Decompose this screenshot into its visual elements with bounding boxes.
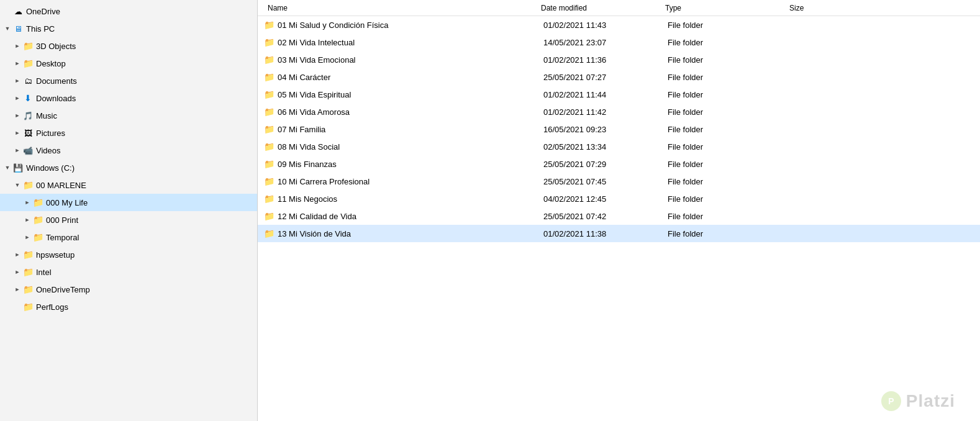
file-name: 03 Mi Vida Emocional [278,55,538,65]
file-name: 12 Mi Calidad de Vida [278,212,538,221]
col-date-header[interactable]: Date modified [536,4,660,12]
chevron-windowsc [2,165,12,171]
chevron-videos [12,147,22,153]
file-folder-icon: 📁 [263,211,275,221]
col-name-header[interactable]: Name [263,4,536,12]
folder-pictures-icon: 🖼 [22,129,34,138]
folder-hpswsetup-icon: 📁 [22,250,34,260]
file-date: 04/02/2021 12:45 [538,194,663,204]
file-folder-icon: 📁 [263,107,275,117]
file-name: 07 Mi Familia [278,125,538,134]
sidebar-item-documents[interactable]: 🗂 Documents [0,72,257,89]
file-name: 01 Mi Salud y Condición Física [278,20,538,30]
table-row[interactable]: 📁 05 Mi Vida Espiritual 01/02/2021 11:44… [258,86,980,103]
chevron-marlene [12,182,22,188]
file-folder-icon: 📁 [263,229,275,238]
table-row[interactable]: 📁 10 Mi Carrera Profesional 25/05/2021 0… [258,173,980,190]
col-size-header[interactable]: Size [784,4,975,12]
file-type: File folder [663,177,787,186]
sidebar-item-hpswsetup[interactable]: 📁 hpswsetup [0,246,257,263]
sidebar-item-desktop[interactable]: 📁 Desktop [0,55,257,72]
file-date: 01/02/2021 11:38 [538,229,663,238]
file-folder-icon: 📁 [263,194,275,204]
col-type-header[interactable]: Type [660,4,784,12]
sidebar-item-music[interactable]: 🎵 Music [0,107,257,124]
table-row[interactable]: 📁 06 Mi Vida Amorosa 01/02/2021 11:42 Fi… [258,103,980,120]
file-folder-icon: 📁 [263,159,275,169]
sidebar-item-intel[interactable]: 📁 Intel [0,263,257,281]
table-row[interactable]: 📁 13 Mi Visión de Vida 01/02/2021 11:38 … [258,225,980,242]
folder-3dobjects-icon: 📁 [22,41,34,51]
table-row[interactable]: 📁 08 Mi Vida Social 02/05/2021 13:34 Fil… [258,138,980,155]
sidebar-item-pictures[interactable]: 🖼 Pictures [0,124,257,142]
sidebar-item-perflogs[interactable]: 📁 PerfLogs [0,298,257,315]
file-list: 📁 01 Mi Salud y Condición Física 01/02/2… [258,16,980,421]
file-date: 25/05/2021 07:45 [538,177,663,186]
file-name: 10 Mi Carrera Profesional [278,177,538,186]
file-date: 16/05/2021 09:23 [538,125,663,134]
file-folder-icon: 📁 [263,37,275,47]
file-name: 05 Mi Vida Espiritual [278,90,538,99]
file-folder-icon: 📁 [263,20,275,30]
file-type: File folder [663,38,787,47]
sidebar-item-onedrivemp[interactable]: 📁 OneDriveTemp [0,281,257,298]
file-folder-icon: 📁 [263,142,275,152]
sidebar-item-3dobjects[interactable]: 📁 3D Objects [0,37,257,55]
file-name: 08 Mi Vida Social [278,142,538,152]
file-folder-icon: 📁 [263,124,275,134]
folder-music-icon: 🎵 [22,111,34,120]
file-folder-icon: 📁 [263,89,275,99]
file-date: 01/02/2021 11:44 [538,90,663,99]
file-name: 04 Mi Carácter [278,73,538,82]
file-type: File folder [663,212,787,221]
sidebar-item-thispc[interactable]: 🖥 This PC [0,20,257,37]
file-folder-icon: 📁 [263,176,275,186]
file-type: File folder [663,229,787,238]
table-row[interactable]: 📁 04 Mi Carácter 25/05/2021 07:27 File f… [258,68,980,86]
sidebar-item-videos[interactable]: 📹 Videos [0,142,257,159]
chevron-music [12,112,22,119]
sidebar-item-000print[interactable]: 📁 000 Print [0,211,257,229]
file-date: 25/05/2021 07:27 [538,73,663,82]
table-row[interactable]: 📁 11 Mis Negocios 04/02/2021 12:45 File … [258,190,980,207]
table-row[interactable]: 📁 12 Mi Calidad de Vida 25/05/2021 07:42… [258,207,980,225]
file-date: 01/02/2021 11:43 [538,20,663,30]
sidebar-item-000mylife[interactable]: 📁 000 My Life [0,194,257,211]
chevron-hpswsetup [12,251,22,258]
file-date: 02/05/2021 13:34 [538,142,663,152]
main-content: Name Date modified Type Size 📁 01 Mi Sal… [258,0,980,421]
file-type: File folder [663,194,787,204]
file-type: File folder [663,142,787,152]
table-row[interactable]: 📁 03 Mi Vida Emocional 01/02/2021 11:36 … [258,51,980,68]
folder-000print-icon: 📁 [32,215,43,225]
table-row[interactable]: 📁 01 Mi Salud y Condición Física 01/02/2… [258,16,980,34]
sidebar-item-marlene[interactable]: 📁 00 MARLENE [0,176,257,194]
cloud-icon: ☁ [12,7,24,16]
chevron-000print [22,217,32,223]
table-row[interactable]: 📁 09 Mis Finanzas 25/05/2021 07:29 File … [258,155,980,173]
file-name: 06 Mi Vida Amorosa [278,107,538,117]
file-date: 01/02/2021 11:36 [538,55,663,65]
sidebar-item-temporal[interactable]: 📁 Temporal [0,229,257,246]
pc-icon: 🖥 [12,24,24,34]
folder-marlene-icon: 📁 [22,180,34,190]
folder-000mylife-icon: 📁 [32,197,43,207]
file-type: File folder [663,73,787,82]
chevron-pictures [12,130,22,136]
file-name: 02 Mi Vida Intelectual [278,38,538,47]
file-name: 13 Mi Visión de Vida [278,229,538,238]
sidebar-item-windowsc[interactable]: 💾 Windows (C:) [0,159,257,176]
folder-perflogs-icon: 📁 [22,302,34,312]
chevron-intel [12,269,22,275]
file-date: 25/05/2021 07:42 [538,212,663,221]
sidebar-item-downloads[interactable]: ⬇ Downloads [0,89,257,107]
file-type: File folder [663,107,787,117]
file-date: 14/05/2021 23:07 [538,38,663,47]
table-row[interactable]: 📁 02 Mi Vida Intelectual 14/05/2021 23:0… [258,34,980,51]
sidebar-item-onedrive[interactable]: ☁ OneDrive [0,2,257,20]
file-name: 11 Mis Negocios [278,194,538,204]
table-row[interactable]: 📁 07 Mi Familia 16/05/2021 09:23 File fo… [258,120,980,138]
file-folder-icon: 📁 [263,55,275,65]
folder-videos-icon: 📹 [22,146,34,155]
chevron-desktop [12,60,22,66]
